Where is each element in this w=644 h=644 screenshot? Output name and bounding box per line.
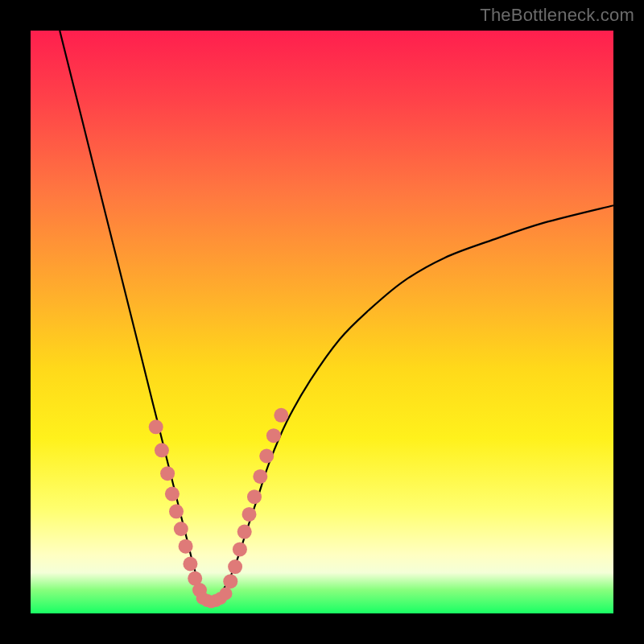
- right-curve-path: [211, 205, 613, 601]
- chart-svg: [31, 31, 613, 613]
- data-dot: [237, 525, 252, 539]
- data-dot: [149, 419, 163, 434]
- data-dot: [242, 507, 257, 522]
- data-dot: [253, 469, 267, 484]
- data-dot: [220, 587, 233, 600]
- data-dot: [183, 557, 197, 572]
- plot-area: [31, 31, 613, 613]
- data-dot: [266, 428, 281, 443]
- data-dot: [165, 487, 180, 502]
- dot-layer: [149, 408, 289, 609]
- data-dot: [155, 443, 169, 457]
- data-dot: [233, 542, 247, 556]
- left-curve-path: [60, 31, 211, 602]
- data-dot: [179, 539, 193, 554]
- data-dot: [223, 574, 237, 588]
- data-dot: [274, 408, 288, 423]
- watermark-text: TheBottleneck.com: [480, 5, 634, 26]
- data-dot: [247, 489, 262, 504]
- data-dot: [169, 504, 184, 518]
- data-dot: [259, 449, 274, 464]
- data-dot: [174, 522, 188, 536]
- data-dot: [228, 559, 242, 574]
- chart-frame: TheBottleneck.com: [0, 0, 644, 644]
- data-dot: [160, 466, 175, 481]
